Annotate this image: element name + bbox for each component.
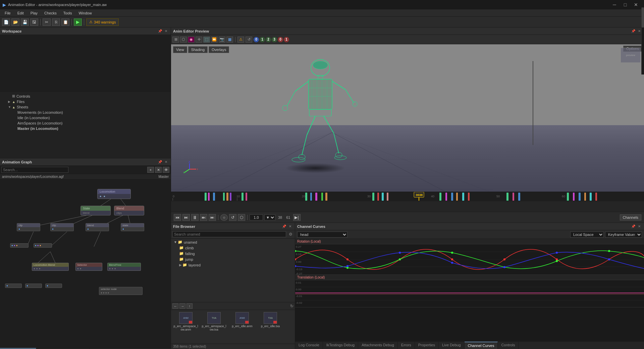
anim-graph-pin-button[interactable]: 📌 bbox=[157, 159, 163, 165]
menu-window[interactable]: Window bbox=[75, 10, 95, 16]
tab-controls[interactable]: Controls bbox=[498, 342, 519, 349]
anim-graph-add-button[interactable]: + bbox=[147, 167, 154, 173]
view-button[interactable]: View bbox=[173, 46, 187, 53]
layout-button[interactable]: ▦ bbox=[226, 37, 233, 43]
preview-pin-button[interactable]: 📌 bbox=[631, 29, 636, 34]
channel-curves-close-button[interactable]: ✕ bbox=[637, 224, 642, 229]
step-forward-button[interactable]: ⏭ bbox=[200, 214, 207, 221]
skip-back-button[interactable]: ⏮ bbox=[174, 214, 181, 221]
fb-file-idle-txa[interactable]: TXA p_erc_idle.txa bbox=[257, 311, 284, 332]
play-button[interactable]: ▶ bbox=[74, 18, 82, 26]
graph-node-15[interactable]: ● bbox=[45, 284, 62, 288]
graph-node-8[interactable]: ●●● bbox=[10, 243, 29, 248]
tab-live-debug[interactable]: Live Debug bbox=[439, 342, 465, 349]
graph-node-12[interactable]: BlendTree ●●● bbox=[107, 263, 141, 271]
maximize-button[interactable]: □ bbox=[620, 0, 631, 9]
workspace-close-button[interactable]: ✕ bbox=[163, 29, 169, 34]
graph-node-16[interactable]: selector node ●●●● bbox=[99, 287, 143, 295]
open-button[interactable]: 📂 bbox=[11, 18, 19, 26]
graph-node-3[interactable]: Blend clips bbox=[114, 206, 144, 215]
paste-button[interactable]: 📋 bbox=[61, 18, 69, 26]
fb-item-climb[interactable]: 📁 climb bbox=[171, 245, 295, 251]
tree-item-aimspaces[interactable]: AimSpaces (in Locomotion) bbox=[0, 120, 171, 126]
workspace-pin-button[interactable]: 📌 bbox=[157, 29, 163, 34]
pause-button[interactable]: ⏸ bbox=[191, 214, 199, 221]
file-browser-pin-button[interactable]: 📌 bbox=[281, 224, 287, 229]
tree-item-files[interactable]: ▶ ▲ Files bbox=[0, 99, 171, 104]
fb-item-falling[interactable]: 📁 falling bbox=[171, 251, 295, 256]
warnings-button[interactable]: ⚠ 340 warnings bbox=[86, 18, 119, 26]
grid-view-button[interactable]: ⊞ bbox=[172, 37, 179, 43]
tree-item-controls[interactable]: ⊞ Controls bbox=[0, 93, 171, 99]
close-button[interactable]: ✕ bbox=[631, 0, 641, 9]
fb-item-unamed[interactable]: ▼ 📁 unamed bbox=[171, 239, 295, 245]
play-to-end-button[interactable]: ▶| bbox=[293, 214, 301, 221]
graph-node-11[interactable]: Selector ●● bbox=[75, 263, 102, 271]
save-button[interactable]: 💾 bbox=[21, 18, 29, 26]
tree-item-movements[interactable]: Movements (in Locomotion) bbox=[0, 110, 171, 115]
anim-graph-canvas[interactable]: Locomotion ●● State blend Blend clips bbox=[0, 180, 171, 348]
copy-button[interactable]: ⎘ bbox=[52, 18, 60, 26]
graph-node-14[interactable]: ● bbox=[25, 284, 42, 288]
file-browser-close-button[interactable]: ✕ bbox=[287, 224, 293, 229]
tree-item-master[interactable]: Master (in Locomotion) bbox=[0, 126, 171, 131]
cut-button[interactable]: ✂ bbox=[43, 18, 51, 26]
fb-tree-scrollbar[interactable] bbox=[641, 7, 644, 74]
camera-button[interactable]: 📷 bbox=[219, 37, 225, 43]
tree-item-idle[interactable]: Idle (in Locomotion) bbox=[0, 115, 171, 120]
graph-node-2[interactable]: State blend bbox=[80, 206, 111, 215]
loop-button[interactable]: ↺ bbox=[246, 37, 252, 43]
skip-forward-button[interactable]: ⏭ bbox=[209, 214, 216, 221]
fb-item-layered[interactable]: ▶ 📁 layered bbox=[171, 262, 295, 268]
preview-canvas[interactable]: View Shading Overlays Options X Y Z bbox=[171, 44, 644, 192]
graph-node-6[interactable]: blend ● bbox=[86, 223, 109, 231]
speed-select[interactable]: ▼ bbox=[264, 214, 275, 220]
anim-graph-search-input[interactable] bbox=[1, 167, 68, 173]
menu-play[interactable]: Play bbox=[27, 10, 41, 16]
fb-file-idle-anm[interactable]: ANM p_erc_idle.anm bbox=[229, 311, 256, 332]
graph-node-5[interactable]: clip ● bbox=[50, 223, 74, 231]
shading-mode-button[interactable]: ⬡ bbox=[180, 37, 187, 43]
sync-button[interactable]: ↺ bbox=[229, 214, 236, 221]
save-all-button[interactable]: 🖫 bbox=[30, 18, 38, 26]
timeline-panel[interactable]: 0 10 20 30 bbox=[171, 192, 644, 212]
solid-mode-button[interactable]: ◉ bbox=[188, 37, 195, 43]
fb-item-jump[interactable]: 📁 jump bbox=[171, 256, 295, 262]
anim-graph-close-btn[interactable]: ✕ bbox=[155, 167, 162, 173]
fb-refresh-button[interactable]: ↻ bbox=[290, 304, 293, 308]
loop-toggle-button[interactable]: ○ bbox=[220, 214, 228, 221]
file-browser-search-input[interactable] bbox=[172, 231, 286, 237]
new-button[interactable]: 📄 bbox=[2, 18, 10, 26]
graph-node-13[interactable]: ● bbox=[5, 284, 22, 288]
bone-select[interactable]: head bbox=[297, 232, 347, 238]
tree-item-sheets[interactable]: ▼ ▲ Sheets bbox=[0, 104, 171, 110]
minimize-button[interactable]: ─ bbox=[609, 0, 620, 9]
space-select[interactable]: Local Space bbox=[570, 232, 604, 238]
channel-curves-pin-button[interactable]: 📌 bbox=[631, 224, 636, 229]
overlays-button[interactable]: Overlays bbox=[209, 46, 229, 53]
step-back-button[interactable]: ⏭ bbox=[182, 214, 190, 221]
fb-tree-scrollbar-thumb[interactable] bbox=[642, 7, 644, 28]
record-button[interactable]: ⬡ bbox=[238, 214, 245, 221]
fb-file-aimspace-anm[interactable]: ANM p_erc_aimspace_low.anm bbox=[172, 311, 199, 332]
values-select[interactable]: Keyframe Values bbox=[605, 232, 642, 238]
channels-button[interactable]: Channels bbox=[620, 214, 641, 220]
graph-node-9[interactable]: ●●● bbox=[34, 243, 52, 248]
anim-graph-close-button[interactable]: ✕ bbox=[163, 159, 169, 165]
fb-back-button[interactable]: ← bbox=[172, 303, 178, 309]
rotation-curve-chart[interactable]: 0.27 0.13 0.00 -0.13 -0.27 bbox=[295, 244, 644, 275]
menu-edit[interactable]: Edit bbox=[14, 10, 27, 16]
select-button[interactable]: ⬚ bbox=[203, 37, 210, 43]
tab-log-console[interactable]: Log Console bbox=[295, 342, 323, 349]
fb-up-button[interactable]: ↑ bbox=[186, 303, 193, 309]
tab-iktestings-debug[interactable]: IkTestings Debug bbox=[323, 342, 358, 349]
speed-input[interactable] bbox=[250, 214, 263, 220]
translation-curve-chart[interactable]: 0.01 0.00 -0.01 -0.02 bbox=[295, 280, 644, 307]
menu-checks[interactable]: Checks bbox=[41, 10, 60, 16]
file-browser-settings-button[interactable]: ⚙ bbox=[287, 231, 293, 237]
cursor-button[interactable]: ✛ bbox=[196, 37, 202, 43]
menu-tools[interactable]: Tools bbox=[60, 10, 75, 16]
shading-button[interactable]: Shading bbox=[188, 46, 208, 53]
tab-errors[interactable]: Errors bbox=[398, 342, 415, 349]
tab-properties[interactable]: Properties bbox=[415, 342, 439, 349]
